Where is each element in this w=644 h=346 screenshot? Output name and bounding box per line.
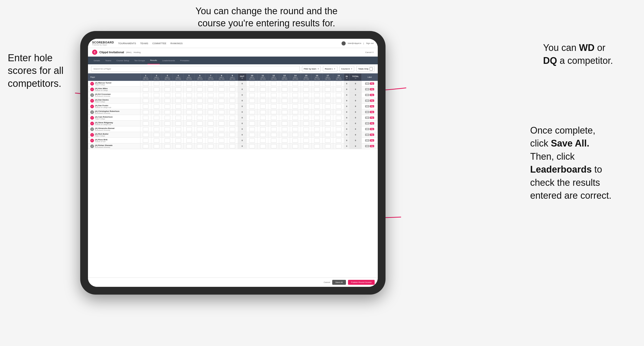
score-input[interactable]: [271, 121, 277, 126]
hole-16-input-row-3[interactable]: [312, 98, 322, 104]
score-input[interactable]: [260, 127, 266, 131]
hole-3-input-row-9[interactable]: [162, 132, 173, 138]
score-input[interactable]: [186, 99, 192, 103]
hole-18-input-row-7[interactable]: [333, 121, 344, 126]
hole-17-input-row-6[interactable]: [322, 115, 333, 121]
hole-11-input-row-8[interactable]: [257, 126, 268, 132]
score-input[interactable]: [260, 110, 266, 114]
score-input[interactable]: [303, 99, 309, 103]
score-input[interactable]: [143, 93, 149, 97]
hole-4-input-row-4[interactable]: [173, 104, 184, 109]
score-input[interactable]: [325, 127, 331, 131]
score-input[interactable]: [208, 133, 213, 137]
score-input[interactable]: [325, 144, 331, 148]
hole-5-input-row-9[interactable]: [184, 132, 195, 138]
score-input[interactable]: [143, 99, 149, 103]
score-input[interactable]: [208, 121, 213, 126]
dq-button-10[interactable]: DQ: [370, 139, 374, 142]
hole-7-input-row-0[interactable]: [205, 81, 216, 87]
score-input[interactable]: [186, 133, 192, 137]
hole-5-input-row-5[interactable]: [184, 109, 195, 115]
score-input[interactable]: [292, 139, 298, 143]
score-input[interactable]: [271, 104, 277, 109]
score-input[interactable]: [175, 139, 181, 143]
round-dropdown[interactable]: Round 1 ▼: [323, 66, 337, 72]
hole-16-input-row-9[interactable]: [312, 132, 322, 138]
score-input[interactable]: [325, 82, 331, 86]
score-input[interactable]: [197, 82, 203, 86]
hole-12-input-row-3[interactable]: [268, 98, 279, 104]
hole-3-input-row-0[interactable]: [162, 81, 173, 87]
hole-10-input-row-0[interactable]: [247, 81, 257, 87]
nav-teams[interactable]: TEAMS: [140, 42, 148, 45]
score-input[interactable]: [175, 104, 181, 109]
hole-5-input-row-4[interactable]: [184, 104, 195, 109]
hole-6-input-row-0[interactable]: [195, 81, 205, 87]
hole-5-input-row-1[interactable]: [184, 87, 195, 92]
score-input[interactable]: [154, 82, 159, 86]
hole-7-input-row-1[interactable]: [205, 87, 216, 92]
hole-8-input-row-2[interactable]: [216, 92, 227, 98]
score-input[interactable]: [303, 110, 309, 114]
score-input[interactable]: [325, 139, 331, 143]
score-input[interactable]: [230, 127, 235, 131]
score-input[interactable]: [175, 116, 181, 120]
score-input[interactable]: [208, 104, 213, 109]
hole-12-input-row-0[interactable]: [268, 81, 279, 87]
hole-7-input-row-9[interactable]: [205, 132, 216, 138]
score-input[interactable]: [292, 93, 298, 97]
hole-8-input-row-3[interactable]: [216, 98, 227, 104]
score-input[interactable]: [336, 87, 342, 91]
score-input[interactable]: [271, 127, 277, 131]
hole-18-input-row-1[interactable]: [333, 87, 344, 92]
hole-12-input-row-9[interactable]: [268, 132, 279, 138]
score-input[interactable]: [165, 144, 170, 148]
hole-18-input-row-6[interactable]: [333, 115, 344, 121]
score-input[interactable]: [249, 82, 255, 86]
score-input[interactable]: [208, 110, 213, 114]
hole-3-input-row-5[interactable]: [162, 109, 173, 115]
dq-button-3[interactable]: DQ: [370, 99, 374, 102]
score-input[interactable]: [175, 133, 181, 137]
hole-16-input-row-0[interactable]: [312, 81, 322, 87]
score-input[interactable]: [303, 104, 309, 109]
score-input[interactable]: [325, 110, 331, 114]
hole-15-input-row-1[interactable]: [301, 87, 312, 92]
hole-13-input-row-11[interactable]: [279, 143, 290, 149]
score-input[interactable]: [175, 99, 181, 103]
score-input[interactable]: [208, 99, 213, 103]
score-input[interactable]: [292, 144, 298, 148]
score-input[interactable]: [143, 104, 149, 109]
score-input[interactable]: [249, 121, 255, 126]
tab-course-setup[interactable]: Course Setup: [114, 57, 132, 64]
hole-4-input-row-2[interactable]: [173, 92, 184, 98]
score-input[interactable]: [165, 87, 170, 91]
score-input[interactable]: [165, 139, 170, 143]
hole-7-input-row-8[interactable]: [205, 126, 216, 132]
score-input[interactable]: [260, 82, 266, 86]
tab-results[interactable]: Results: [147, 57, 160, 64]
score-input[interactable]: [249, 127, 255, 131]
hole-1-input-row-1[interactable]: [140, 87, 151, 92]
score-input[interactable]: [219, 104, 224, 109]
hole-14-input-row-6[interactable]: [290, 115, 301, 121]
hole-6-input-row-7[interactable]: [195, 121, 205, 126]
dq-button-6[interactable]: DQ: [370, 117, 374, 119]
hole-13-input-row-10[interactable]: [279, 138, 290, 143]
score-input[interactable]: [208, 127, 213, 131]
score-input[interactable]: [282, 82, 287, 86]
score-input[interactable]: [154, 110, 159, 114]
score-input[interactable]: [303, 144, 309, 148]
hole-10-input-row-9[interactable]: [247, 132, 257, 138]
score-input[interactable]: [208, 93, 213, 97]
hole-14-input-row-3[interactable]: [290, 98, 301, 104]
hole-7-input-row-3[interactable]: [205, 98, 216, 104]
hole-12-input-row-8[interactable]: [268, 126, 279, 132]
score-input[interactable]: [292, 133, 298, 137]
hole-18-input-row-8[interactable]: [333, 126, 344, 132]
hole-18-input-row-0[interactable]: [333, 81, 344, 87]
hole-16-input-row-8[interactable]: [312, 126, 322, 132]
score-input[interactable]: [292, 127, 298, 131]
score-input[interactable]: [314, 104, 320, 109]
hole-17-input-row-5[interactable]: [322, 109, 333, 115]
